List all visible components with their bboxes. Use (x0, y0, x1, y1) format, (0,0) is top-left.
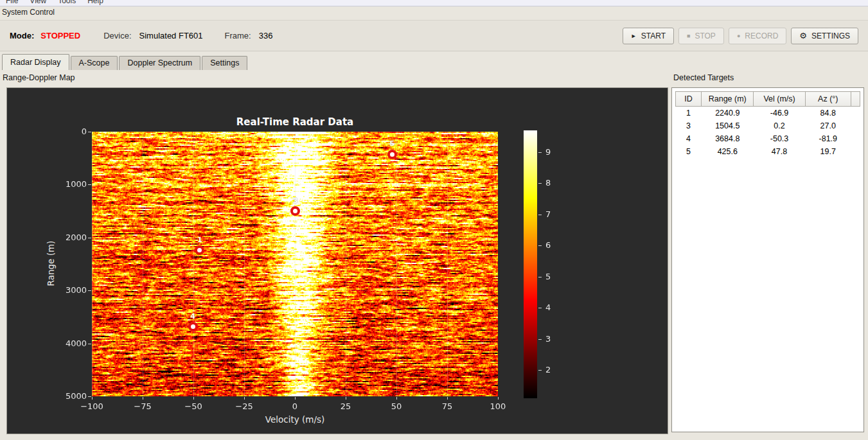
x-tick-mark (193, 397, 194, 400)
table-cell: 2240.9 (702, 107, 754, 120)
column-header[interactable]: Az (°) (805, 92, 851, 107)
menu-file[interactable]: File (0, 0, 24, 6)
x-tick-label: 75 (431, 401, 463, 411)
control-button-group: ► START ■ STOP ● RECORD ⚙ SETTINGS (623, 28, 858, 44)
y-tick-mark (88, 396, 91, 397)
table-cell: -50.3 (754, 132, 805, 145)
tab-a-scope[interactable]: A-Scope (71, 56, 118, 70)
mode-status-value: STOPPED (40, 31, 80, 40)
x-tick-mark (295, 397, 296, 400)
column-header[interactable]: Vel (m/s) (754, 92, 805, 107)
tab-doppler-spectrum[interactable]: Doppler Spectrum (119, 56, 200, 70)
table-cell: 3684.8 (702, 132, 754, 145)
y-tick-label: 0 (48, 127, 87, 136)
status-group: Mode: STOPPED Device: Simulated FT601 Fr… (10, 31, 272, 40)
stop-button: ■ STOP (678, 28, 724, 44)
table-header-row: IDRange (m)Vel (m/s)Az (°) (676, 92, 860, 107)
colorbar-tick-mark (538, 370, 542, 371)
menu-bar: File View Tools Help (0, 0, 868, 6)
menu-help[interactable]: Help (82, 0, 109, 6)
settings-button[interactable]: ⚙ SETTINGS (791, 28, 858, 44)
table-cell: 84.8 (805, 107, 851, 120)
x-tick-mark (346, 397, 346, 400)
range-doppler-map-title: Range-Doppler Map (3, 73, 75, 82)
y-tick-label: 1000 (48, 179, 87, 189)
record-button-label: RECORD (745, 31, 778, 40)
colorbar-tick-label: 5 (545, 272, 551, 281)
x-tick-label: 100 (482, 401, 514, 411)
table-cell: 0.2 (754, 119, 805, 132)
tab-settings[interactable]: Settings (202, 56, 247, 70)
colorbar-tick-label: 2 (545, 365, 551, 374)
table-cell: 3 (676, 119, 702, 132)
device-label: Device: (103, 31, 131, 40)
gear-icon: ⚙ (799, 31, 807, 40)
column-header[interactable]: Range (m) (702, 92, 754, 107)
colorbar-tick-label: 6 (545, 240, 551, 250)
x-tick-mark (92, 397, 93, 400)
chart-title: Real-Time Radar Data (92, 116, 498, 128)
mode-label: Mode: (10, 31, 34, 40)
y-tick-mark (88, 344, 91, 344)
heatmap-canvas[interactable] (92, 132, 498, 396)
colorbar-tick-mark (538, 183, 542, 184)
x-axis-label: Velocity (m/s) (92, 414, 498, 425)
menu-view[interactable]: View (24, 0, 52, 6)
play-icon: ► (631, 33, 637, 39)
x-tick-label: 0 (279, 401, 311, 411)
device-value: Simulated FT601 (139, 31, 203, 40)
colorbar-tick-label: 3 (545, 334, 551, 344)
colorbar-tick-label: 8 (545, 178, 551, 188)
record-button: ● RECORD (729, 28, 786, 44)
y-tick-mark (88, 184, 91, 185)
colorbar-tick-mark (538, 152, 542, 153)
colorbar (524, 130, 537, 398)
system-control-bar: Mode: STOPPED Device: Simulated FT601 Fr… (0, 20, 868, 51)
x-tick-mark (244, 397, 245, 400)
colorbar-tick-mark (538, 215, 542, 215)
table-cell: 425.6 (702, 145, 754, 158)
x-tick-mark (447, 397, 448, 400)
colorbar-tick-mark (538, 308, 542, 308)
table-row[interactable]: 5425.647.819.7 (676, 145, 860, 158)
x-tick-mark (143, 397, 143, 400)
colorbar-tick-label: 9 (545, 147, 551, 157)
colorbar-tick-mark (538, 245, 542, 246)
x-tick-label: −50 (177, 401, 209, 411)
x-tick-label: −25 (228, 401, 260, 411)
y-tick-label: 5000 (48, 391, 87, 401)
table-cell: -81.9 (805, 132, 851, 145)
colorbar-tick-mark (538, 277, 542, 277)
colorbar-tick-label: 7 (545, 209, 551, 219)
x-tick-label: 50 (380, 401, 412, 411)
detected-targets-panel: IDRange (m)Vel (m/s)Az (°) 12240.9-46.98… (671, 87, 864, 432)
x-tick-label: −100 (76, 401, 108, 411)
settings-button-label: SETTINGS (811, 31, 850, 40)
column-header-stub (851, 92, 860, 107)
x-tick-label: −75 (127, 401, 159, 411)
y-tick-label: 4000 (48, 339, 87, 348)
table-cell: 5 (676, 145, 702, 158)
tab-radar-display[interactable]: Radar Display (2, 54, 69, 70)
start-button-label: START (641, 31, 666, 40)
y-tick-label: 3000 (48, 285, 87, 295)
frame-counter-value: 336 (259, 31, 273, 40)
y-tick-mark (88, 238, 91, 238)
table-cell: 1504.5 (702, 119, 754, 132)
colorbar-tick-label: 4 (545, 303, 551, 312)
tab-bar: Radar Display A-Scope Doppler Spectrum S… (2, 55, 249, 70)
x-tick-mark (396, 397, 397, 400)
stop-button-label: STOP (695, 31, 715, 40)
table-cell: 4 (676, 132, 702, 145)
colorbar-tick-mark (538, 339, 542, 340)
column-header[interactable]: ID (676, 92, 702, 107)
y-axis-label: Range (m) (46, 241, 56, 286)
x-tick-mark (498, 397, 499, 400)
table-row[interactable]: 12240.9-46.984.8 (676, 107, 860, 120)
table-row[interactable]: 43684.8-50.3-81.9 (676, 132, 860, 145)
table-row[interactable]: 31504.50.227.0 (676, 119, 860, 132)
menu-tools[interactable]: Tools (52, 0, 82, 6)
start-button[interactable]: ► START (623, 28, 674, 44)
table-cell: 1 (676, 107, 702, 120)
y-tick-mark (88, 290, 91, 291)
